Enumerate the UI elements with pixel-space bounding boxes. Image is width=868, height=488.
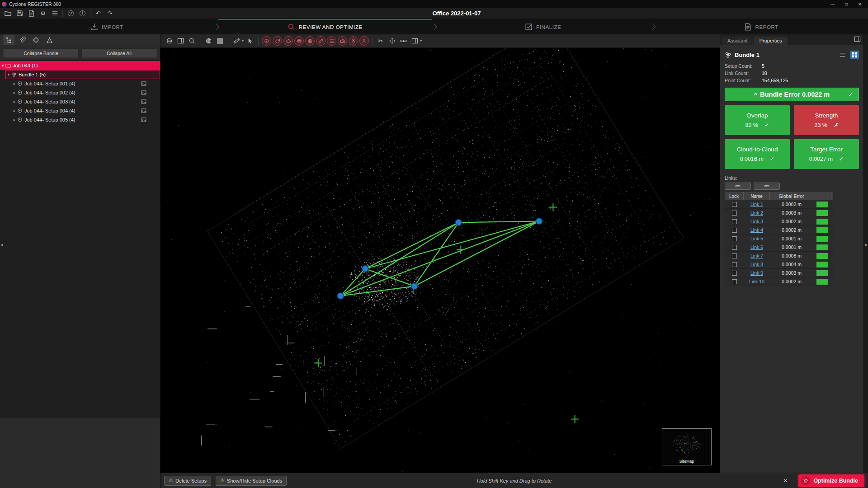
tab-project-tree[interactable]: [3, 35, 14, 45]
setup-marker-tool-icon[interactable]: [262, 36, 271, 46]
lock-checkbox[interactable]: [732, 211, 737, 216]
move-setup-icon[interactable]: [387, 36, 397, 46]
link-row[interactable]: Link 7 0.0008 m: [725, 252, 833, 260]
caret-right-icon[interactable]: ▸: [12, 108, 17, 113]
list-view-icon[interactable]: [838, 51, 847, 59]
lock-checkbox[interactable]: [732, 279, 737, 284]
link-name[interactable]: Link 8: [750, 262, 763, 267]
panel-layout-icon[interactable]: [854, 36, 861, 43]
caret-right-icon[interactable]: ▸: [12, 99, 17, 104]
storage-button[interactable]: [50, 9, 60, 18]
setup-image-icon[interactable]: [141, 99, 146, 104]
collapse-left-panel-arrow[interactable]: ◂: [0, 242, 3, 248]
link-row[interactable]: Link 6 0.0001 m: [725, 243, 833, 252]
right-scroll-strip[interactable]: [863, 34, 868, 473]
lock-checkbox[interactable]: [732, 245, 737, 250]
minimize-button[interactable]: —: [826, 0, 839, 8]
link-name[interactable]: Link 10: [749, 279, 764, 284]
show-hide-setup-clouds-button[interactable]: ⚠ Show/Hide Setup Clouds: [216, 476, 287, 486]
split-view-icon[interactable]: [410, 36, 420, 46]
setup-image-icon[interactable]: [141, 81, 146, 86]
info-button[interactable]: i: [77, 9, 87, 18]
setup-image-icon[interactable]: [141, 117, 146, 122]
checker-target-tool-icon[interactable]: [305, 36, 315, 46]
link-row[interactable]: Link 4 0.0002 m: [725, 226, 833, 235]
pointcloud-viewport[interactable]: SiteMap: [160, 48, 720, 473]
lock-links-button[interactable]: [725, 183, 751, 190]
link-row[interactable]: Link 9 0.0003 m: [725, 269, 833, 277]
frame-view-icon[interactable]: [175, 36, 185, 46]
link-name[interactable]: Link 7: [750, 253, 763, 258]
link-row[interactable]: Link 8 0.0004 m: [725, 260, 833, 269]
caret-down-icon[interactable]: ▾: [0, 63, 5, 68]
link-row[interactable]: Link 10 0.0002 m: [725, 277, 833, 286]
pick-tool-icon[interactable]: [245, 36, 255, 46]
target-error-card[interactable]: Target Error 0.0027 m✓: [794, 139, 859, 169]
strength-card[interactable]: Strength 23 %✗: [794, 105, 859, 135]
grid-view-icon[interactable]: [850, 51, 859, 59]
stage-report[interactable]: REPORT: [655, 19, 868, 34]
stage-review-and-optimize[interactable]: REVIEW AND OPTIMIZE: [218, 19, 432, 34]
settings-button[interactable]: ⚙: [38, 9, 48, 18]
view-orientation-icon[interactable]: [164, 36, 174, 46]
link-name[interactable]: Link 1: [750, 202, 763, 207]
collapse-all-button[interactable]: Collapse All: [82, 49, 156, 57]
create-link-icon[interactable]: [398, 36, 408, 46]
bundle-error-banner[interactable]: ^ Bundle Error 0.0022 m ✓: [725, 88, 859, 101]
close-window-button[interactable]: ✕: [854, 0, 866, 8]
person-view-tool-icon[interactable]: [359, 36, 369, 46]
pointcloud-canvas[interactable]: [160, 48, 720, 473]
slice-tool-icon[interactable]: [327, 36, 336, 46]
link-row[interactable]: Link 3 0.0002 m: [725, 217, 833, 226]
link-row[interactable]: Link 1 0.0002 m: [725, 200, 833, 209]
view-dropdown-icon[interactable]: ▾: [420, 39, 422, 43]
link-name[interactable]: Link 4: [750, 227, 763, 233]
tag-tool-icon[interactable]: [273, 36, 282, 46]
undo-button[interactable]: ↶: [93, 9, 103, 18]
save-project-button[interactable]: [14, 9, 24, 18]
overlap-card[interactable]: Overlap 82 %✓: [725, 105, 790, 135]
tab-geolocation[interactable]: [30, 35, 42, 45]
lock-checkbox[interactable]: [732, 262, 737, 267]
setup-image-icon[interactable]: [141, 108, 146, 113]
lock-checkbox[interactable]: [732, 271, 737, 276]
measure-dropdown-icon[interactable]: ▾: [242, 39, 244, 43]
link-row[interactable]: Link 5 0.0001 m: [725, 235, 833, 243]
optimize-bundle-button[interactable]: Optimize Bundle: [798, 474, 864, 487]
stage-import[interactable]: IMPORT: [0, 19, 214, 34]
setup-image-icon[interactable]: [141, 90, 146, 95]
unlock-links-button[interactable]: [754, 183, 780, 190]
cloud-tool-icon[interactable]: [283, 36, 293, 46]
tree-item-bundle[interactable]: ▾ Bundle 1 (5): [5, 70, 160, 79]
caret-right-icon[interactable]: ▸: [12, 81, 17, 86]
link-name[interactable]: Link 2: [750, 210, 763, 216]
measure-tool-icon[interactable]: [231, 36, 241, 46]
geotag-tool-icon[interactable]: [349, 36, 358, 46]
zoom-window-icon[interactable]: [187, 36, 197, 46]
dismiss-button[interactable]: ✕: [780, 476, 790, 486]
export-button[interactable]: [26, 9, 36, 18]
lock-checkbox[interactable]: [732, 253, 737, 258]
link-name[interactable]: Link 9: [750, 270, 763, 276]
link-row[interactable]: Link 2 0.0003 m: [725, 209, 833, 217]
link-name[interactable]: Link 6: [750, 244, 763, 250]
delete-setups-button[interactable]: ⚠ Delete Setups: [164, 476, 211, 486]
collapse-banner-icon[interactable]: ^: [754, 91, 758, 98]
cloud-to-cloud-card[interactable]: Cloud-to-Cloud 0.0016 m✓: [725, 139, 790, 169]
sphere-target-tool-icon[interactable]: [294, 36, 304, 46]
link-name[interactable]: Link 3: [750, 219, 763, 224]
caret-down-icon[interactable]: ▾: [6, 72, 11, 77]
redo-button[interactable]: ↷: [105, 9, 115, 18]
tree-item-setup[interactable]: ▸ Job 044- Setup 004 (4): [0, 106, 160, 115]
tree-item-setup[interactable]: ▸ Job 044- Setup 001 (4): [0, 79, 160, 88]
tree-item-job[interactable]: ▾ Job 044 (1): [0, 61, 160, 70]
link-name[interactable]: Link 5: [750, 236, 763, 241]
open-project-button[interactable]: [3, 9, 13, 18]
caret-right-icon[interactable]: ▸: [12, 90, 17, 95]
lock-checkbox[interactable]: [732, 219, 737, 224]
collapse-bundle-button[interactable]: Collapse Bundle: [4, 49, 78, 57]
tab-assistant[interactable]: Assistant: [722, 37, 753, 45]
tab-properties[interactable]: Properties: [754, 37, 788, 45]
image-tool-icon[interactable]: [338, 36, 347, 46]
stage-finalize[interactable]: FINALIZE: [436, 19, 650, 34]
